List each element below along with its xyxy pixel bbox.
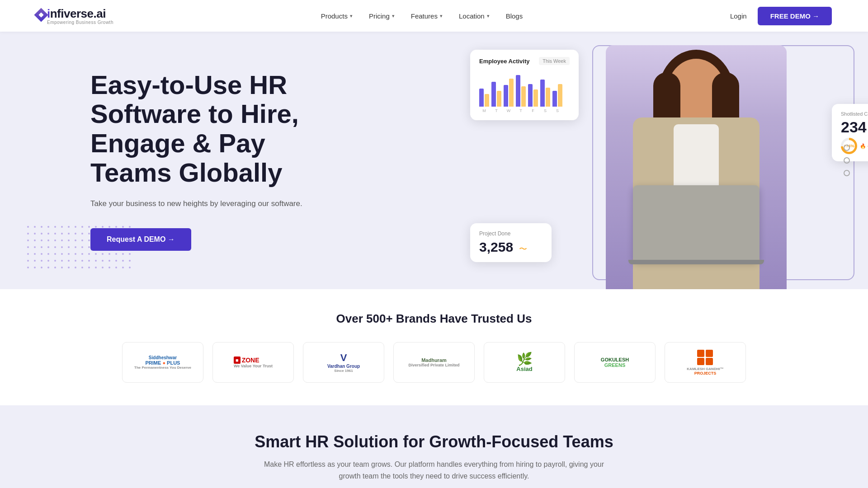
decoration-dot bbox=[27, 226, 29, 228]
decoration-dot bbox=[27, 246, 29, 248]
decoration-dot bbox=[68, 239, 70, 241]
hero-content: Easy-to-Use HR Software to Hire, Engage … bbox=[90, 70, 353, 251]
free-demo-button[interactable]: FREE DEMO → bbox=[758, 7, 832, 25]
brand-logo-asiad: 🌿 Asiad bbox=[513, 349, 536, 376]
bar bbox=[552, 91, 557, 107]
nav-products[interactable]: Products ▾ bbox=[321, 12, 353, 20]
decoration-dot bbox=[95, 260, 97, 262]
bar bbox=[533, 89, 538, 107]
decoration-dot bbox=[88, 233, 90, 235]
chevron-down-icon: ▾ bbox=[392, 13, 395, 19]
decoration-dot bbox=[47, 226, 49, 228]
decoration-dot bbox=[47, 260, 49, 262]
pagination-dot-1[interactable] bbox=[844, 145, 850, 151]
decoration-dot bbox=[115, 253, 117, 255]
decoration-dot bbox=[34, 226, 36, 228]
logo[interactable]: infiverse.ai Empowering Business Growth bbox=[36, 7, 113, 25]
brand-kamlesh: KAMLESH GANDHI™ PROJECTS bbox=[665, 342, 746, 383]
chart-label-su: S bbox=[552, 108, 562, 113]
decoration-dot bbox=[47, 233, 49, 235]
shortlisted-candidates-card: Shotlisted Candidates 234 +74% 🔥 +14% In… bbox=[832, 104, 868, 161]
bar bbox=[558, 84, 562, 107]
decoration-dot bbox=[41, 267, 42, 268]
nav-blogs-label: Blogs bbox=[506, 12, 523, 20]
decoration-dot bbox=[88, 239, 90, 241]
brand-logo-madhuram: Madhuram Diversified Private Limited bbox=[405, 354, 463, 371]
nav-blogs[interactable]: Blogs bbox=[506, 12, 523, 20]
decoration-dot bbox=[81, 246, 83, 248]
decoration-dot bbox=[88, 260, 90, 262]
bar bbox=[497, 91, 501, 107]
decoration-dot bbox=[81, 239, 83, 241]
chevron-down-icon: ▾ bbox=[350, 13, 353, 19]
hero-title: Easy-to-Use HR Software to Hire, Engage … bbox=[90, 70, 353, 188]
chart-label-t: T bbox=[491, 108, 501, 113]
chevron-down-icon: ▾ bbox=[440, 13, 443, 19]
pagination-dot-2[interactable] bbox=[844, 157, 850, 164]
request-demo-button[interactable]: Request A DEMO → bbox=[90, 228, 191, 251]
smart-hr-section: Smart HR Solution for Growth-Focused Tea… bbox=[0, 405, 868, 488]
decoration-dot bbox=[47, 239, 49, 241]
nav-pricing[interactable]: Pricing ▾ bbox=[369, 12, 395, 20]
decoration-dot bbox=[61, 267, 63, 268]
decoration-dot bbox=[129, 253, 131, 255]
decoration-dot bbox=[61, 239, 63, 241]
decoration-dot bbox=[75, 260, 76, 262]
bar bbox=[546, 88, 550, 107]
nav-pricing-label: Pricing bbox=[369, 12, 390, 20]
decoration-dot bbox=[68, 233, 70, 235]
wave-icon: 〜 bbox=[519, 244, 527, 254]
chart-labels: M T W T F S S bbox=[479, 108, 570, 113]
decoration-dot bbox=[129, 267, 131, 268]
decoration-dot bbox=[47, 267, 49, 268]
brand-logo-vardhan: V Vardhan Group Since 1961 bbox=[324, 348, 363, 376]
logo-prefix: i bbox=[47, 7, 50, 20]
decoration-dot bbox=[61, 246, 63, 248]
brand-vardhan: V Vardhan Group Since 1961 bbox=[303, 342, 384, 383]
decoration-dot bbox=[34, 233, 36, 235]
nav-products-label: Products bbox=[321, 12, 348, 20]
activity-chart bbox=[479, 70, 570, 107]
decoration-dot bbox=[68, 253, 70, 255]
login-button[interactable]: Login bbox=[730, 12, 747, 20]
decoration-dot bbox=[122, 253, 124, 255]
decoration-dot bbox=[47, 253, 49, 255]
nav-location[interactable]: Location ▾ bbox=[459, 12, 490, 20]
decoration-dot bbox=[68, 226, 70, 228]
decoration-dot bbox=[54, 233, 56, 235]
decoration-dot bbox=[34, 239, 36, 241]
decoration-dot bbox=[27, 239, 29, 241]
pagination-dot-3[interactable] bbox=[844, 170, 850, 176]
nav-features[interactable]: Features ▾ bbox=[411, 12, 443, 20]
brand-logo-kamlesh: KAMLESH GANDHI™ PROJECTS bbox=[683, 346, 727, 379]
decoration-dot bbox=[54, 226, 56, 228]
shortlisted-number: 234 bbox=[841, 118, 868, 136]
smart-hr-subtitle: Make HR effortless as your team grows. O… bbox=[253, 459, 615, 482]
decoration-dot bbox=[54, 239, 56, 241]
brand-gokulesh: GOKULESH GREENS bbox=[574, 342, 656, 383]
project-number: 3,258 bbox=[479, 239, 513, 254]
employee-activity-card: Employee Activity This Week bbox=[470, 50, 579, 120]
decoration-dot bbox=[115, 260, 117, 262]
brand-madhuram: Madhuram Diversified Private Limited bbox=[393, 342, 475, 383]
decoration-dot bbox=[122, 260, 124, 262]
chart-label-m: M bbox=[479, 108, 489, 113]
decoration-dot bbox=[41, 246, 42, 248]
decoration-dot bbox=[108, 253, 110, 255]
decoration-dot bbox=[88, 226, 90, 228]
decoration-dot bbox=[54, 246, 56, 248]
nav-links: Products ▾ Pricing ▾ Features ▾ Location… bbox=[321, 12, 523, 20]
decoration-dot bbox=[41, 253, 42, 255]
decoration-dot bbox=[75, 267, 76, 268]
decoration-dot bbox=[88, 246, 90, 248]
decoration-dot bbox=[88, 253, 90, 255]
decoration-dot bbox=[115, 267, 117, 268]
navigation: infiverse.ai Empowering Business Growth … bbox=[0, 0, 868, 32]
decoration-dot bbox=[27, 260, 29, 262]
chart-label-w: W bbox=[504, 108, 514, 113]
decoration-dot bbox=[41, 239, 42, 241]
decoration-dot bbox=[34, 253, 36, 255]
bar bbox=[504, 85, 508, 107]
decoration-dot bbox=[54, 260, 56, 262]
activity-card-period: This Week bbox=[539, 57, 570, 65]
